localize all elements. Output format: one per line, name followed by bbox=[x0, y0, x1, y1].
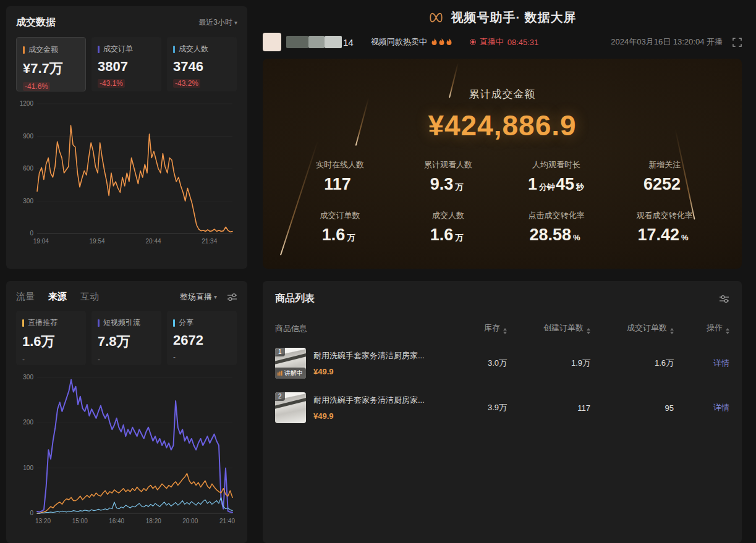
traffic-tabs: 流量 来源 互动 bbox=[16, 291, 99, 303]
fire-icon bbox=[431, 38, 438, 46]
svg-text:1200: 1200 bbox=[20, 100, 34, 107]
col-stock[interactable]: 库存 bbox=[445, 322, 507, 334]
summary-card: 累计成交金额 ¥424,886.9 实时在线人数 117 累计观看人数 9.3万… bbox=[263, 59, 742, 269]
tab-traffic[interactable]: 流量 bbox=[16, 291, 35, 303]
stat-total-viewers: 累计观看人数 9.3万 bbox=[394, 159, 503, 194]
stat-deal-users: 成交人数 1.6万 bbox=[394, 210, 503, 245]
metric-card-share[interactable]: 分享 2672 - bbox=[167, 311, 237, 365]
metric-card-deal-users[interactable]: 成交人数 3746 -43.2% bbox=[167, 37, 237, 91]
anchor-name-suffix: 14 bbox=[343, 37, 354, 48]
product-thumbnail: 1 讲解中 bbox=[275, 348, 306, 379]
product-list-panel: 商品列表 商品信息 库存 创建订单数 成交订单数 操作 1 讲解中 bbox=[263, 281, 742, 543]
stat-view-conversion: 观看成交转化率 17.42% bbox=[611, 210, 719, 245]
traffic-metric-cards: 直播推荐 1.6万 - 短视频引流 7.8万 - 分享 2672 - bbox=[16, 311, 237, 365]
svg-text:13:20: 13:20 bbox=[35, 518, 51, 524]
marker-bar bbox=[173, 46, 175, 53]
marker-bar bbox=[23, 46, 25, 54]
metric-card-deal-orders[interactable]: 成交订单 3807 -43.1% bbox=[91, 37, 161, 91]
svg-text:200: 200 bbox=[23, 419, 33, 426]
filter-sliders-icon[interactable] bbox=[719, 295, 729, 303]
product-title: 耐用洗碗手套家务清洁厨房家... bbox=[313, 395, 425, 406]
svg-text:100: 100 bbox=[23, 465, 33, 471]
tab-interaction[interactable]: 互动 bbox=[80, 291, 99, 303]
created-orders-value: 1.9万 bbox=[507, 358, 590, 369]
product-thumbnail: 2 bbox=[275, 392, 306, 423]
product-title: 耐用洗碗手套家务清洁厨房家... bbox=[313, 350, 425, 361]
live-label: 直播中 bbox=[480, 36, 504, 48]
deal-metric-cards: 成交金额 ¥7.7万 -41.6% 成交订单 3807 -43.1% 成交人数 … bbox=[16, 37, 237, 91]
product-table-header: 商品信息 库存 创建订单数 成交订单数 操作 bbox=[275, 322, 729, 334]
total-amount-label: 累计成交金额 bbox=[263, 87, 742, 101]
deal-panel-title: 成交数据 bbox=[16, 16, 56, 29]
stat-deal-orders: 成交订单数 1.6万 bbox=[286, 210, 394, 245]
dashboard-screen: 视频号助手· 数据大屏 14 视频同款热卖中 直播中 08:45:31 2024… bbox=[0, 0, 756, 543]
marker-bar bbox=[98, 319, 100, 327]
live-activity-text: 视频同款热卖中 bbox=[371, 36, 452, 48]
app-header: 视频号助手· 数据大屏 bbox=[263, 7, 742, 27]
col-action[interactable]: 操作 bbox=[674, 322, 729, 334]
metric-card-deal-amount[interactable]: 成交金额 ¥7.7万 -41.6% bbox=[16, 37, 86, 91]
col-product-info: 商品信息 bbox=[275, 323, 445, 334]
tab-source[interactable]: 来源 bbox=[48, 291, 67, 303]
svg-text:19:54: 19:54 bbox=[89, 238, 104, 245]
svg-text:300: 300 bbox=[23, 198, 33, 204]
detail-link[interactable]: 详情 bbox=[713, 358, 729, 368]
live-info-bar: 14 视频同款热卖中 直播中 08:45:31 2024年03月16日 13:2… bbox=[263, 31, 742, 53]
table-row[interactable]: 1 讲解中 耐用洗碗手套家务清洁厨房家... ¥49.9 3.0万 1.9万 1… bbox=[275, 348, 729, 379]
delta-badge: -41.6% bbox=[23, 82, 50, 91]
deal-orders-value: 95 bbox=[590, 403, 674, 413]
live-status: 直播中 08:45:31 bbox=[470, 36, 539, 48]
fire-icon bbox=[446, 38, 452, 46]
stat-avg-watch-time: 人均观看时长 1分钟45秒 bbox=[503, 159, 611, 194]
total-amount-value: ¥424,886.9 bbox=[263, 109, 742, 142]
deal-trend-chart: 0300600900120019:0419:5420:4421:34 bbox=[16, 98, 237, 247]
fire-icons bbox=[431, 38, 452, 46]
channels-logo-icon bbox=[428, 11, 444, 25]
explaining-badge: 讲解中 bbox=[275, 368, 306, 379]
stream-start-time: 2024年03月16日 13:20:04 开播 bbox=[611, 36, 723, 48]
fire-icon bbox=[438, 38, 445, 46]
metric-card-short-video[interactable]: 短视频引流 7.8万 - bbox=[91, 311, 161, 365]
stock-value: 3.0万 bbox=[445, 358, 507, 369]
svg-text:21:34: 21:34 bbox=[202, 238, 217, 245]
avatar bbox=[263, 33, 281, 51]
svg-text:20:00: 20:00 bbox=[182, 518, 198, 524]
product-price: ¥49.9 bbox=[313, 411, 425, 421]
fullscreen-icon[interactable] bbox=[733, 38, 742, 47]
filter-sliders-icon[interactable] bbox=[227, 293, 237, 301]
delta-placeholder: - bbox=[98, 355, 155, 364]
col-deal-orders[interactable]: 成交订单数 bbox=[590, 322, 674, 334]
stat-new-followers: 新增关注 6252 bbox=[611, 159, 719, 194]
traffic-range-dropdown[interactable]: 整场直播▾ bbox=[180, 292, 217, 303]
live-dot-icon bbox=[470, 39, 476, 45]
col-created-orders[interactable]: 创建订单数 bbox=[507, 322, 590, 334]
marker-bar bbox=[22, 319, 24, 327]
svg-text:19:04: 19:04 bbox=[33, 238, 49, 245]
chevron-down-icon: ▾ bbox=[234, 19, 237, 26]
created-orders-value: 117 bbox=[507, 403, 590, 413]
rank-badge: 2 bbox=[275, 392, 285, 401]
delta-badge: -43.1% bbox=[98, 79, 125, 88]
sort-icon bbox=[726, 328, 729, 334]
table-row[interactable]: 2 耐用洗碗手套家务清洁厨房家... ¥49.9 3.9万 117 95 详情 bbox=[275, 392, 729, 423]
svg-text:15:00: 15:00 bbox=[72, 518, 88, 524]
delta-badge: -43.2% bbox=[173, 79, 200, 88]
product-price: ¥49.9 bbox=[313, 367, 425, 376]
svg-text:600: 600 bbox=[23, 165, 33, 172]
svg-text:300: 300 bbox=[23, 374, 33, 381]
delta-placeholder: - bbox=[22, 355, 80, 364]
deal-data-panel: 成交数据 最近3小时▾ 成交金额 ¥7.7万 -41.6% 成交订单 3807 … bbox=[6, 6, 247, 269]
detail-link[interactable]: 详情 bbox=[713, 403, 729, 412]
stat-online-users: 实时在线人数 117 bbox=[286, 159, 394, 194]
summary-stats-grid: 实时在线人数 117 累计观看人数 9.3万 人均观看时长 1分钟45秒 新增关… bbox=[286, 159, 719, 245]
deal-range-dropdown[interactable]: 最近3小时▾ bbox=[198, 17, 237, 28]
svg-text:900: 900 bbox=[23, 133, 33, 140]
marker-bar bbox=[98, 46, 100, 53]
svg-text:0: 0 bbox=[30, 510, 33, 516]
metric-card-live-recommend[interactable]: 直播推荐 1.6万 - bbox=[16, 311, 86, 365]
svg-text:21:40: 21:40 bbox=[219, 518, 235, 524]
stat-click-conversion: 点击成交转化率 28.58% bbox=[503, 210, 611, 245]
stock-value: 3.9万 bbox=[445, 402, 507, 413]
traffic-trend-chart: 010020030013:2015:0016:4018:2020:0021:40 bbox=[16, 371, 237, 527]
svg-text:18:20: 18:20 bbox=[146, 518, 161, 524]
